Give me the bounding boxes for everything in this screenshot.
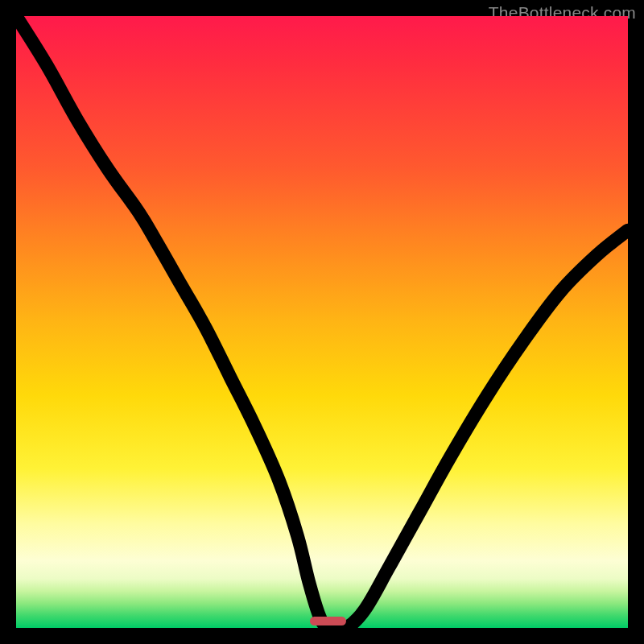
curve-svg: [16, 16, 628, 628]
bottleneck-curve: [16, 16, 628, 628]
optimal-marker: [310, 617, 347, 625]
chart-container: TheBottleneck.com: [0, 0, 644, 644]
plot-area: [16, 16, 628, 628]
